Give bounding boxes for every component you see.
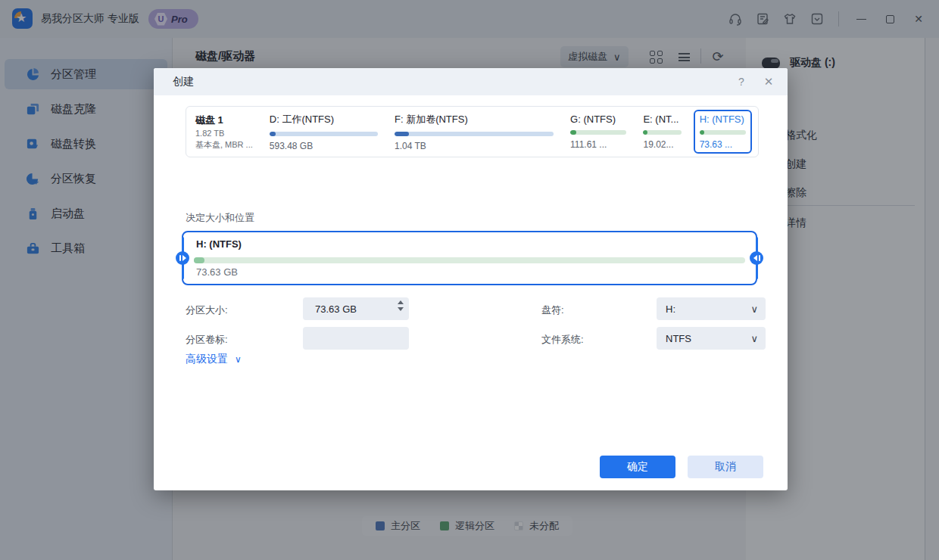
partition-size: 111.61 ... <box>570 139 626 150</box>
volume-label-label: 分区卷标: <box>186 333 228 347</box>
sizer-size-label: 73.63 GB <box>196 266 238 278</box>
create-dialog: 创建 ? ✕ 磁盘 1 1.82 TB 基本盘, MBR ... D: 工作(N… <box>154 68 788 490</box>
partition-label: G: (NTFS) <box>570 114 626 125</box>
dialog-header: 创建 ? ✕ <box>154 68 788 95</box>
partition-usage-bar <box>643 130 681 135</box>
disk-info: 磁盘 1 1.82 TB 基本盘, MBR ... <box>192 114 257 151</box>
partition-usage-bar <box>700 130 746 135</box>
disk-name: 磁盘 1 <box>195 114 257 127</box>
resize-knob-icon <box>750 251 763 265</box>
dialog-title: 创建 <box>173 75 194 89</box>
partition-label: D: 工作(NTFS) <box>270 113 378 126</box>
partition-cell-f[interactable]: F: 新加卷(NTFS) 1.04 TB <box>390 109 558 155</box>
chevron-down-icon: ∨ <box>750 333 758 344</box>
partition-size-label: 分区大小: <box>186 303 228 317</box>
drive-letter-value: H: <box>666 303 675 315</box>
sizer-partition-label: H: (NTFS) <box>196 238 242 250</box>
stepper-arrows[interactable] <box>398 300 404 311</box>
partition-usage-bar <box>570 130 626 135</box>
sizer-track <box>194 257 745 263</box>
partition-size: 593.48 GB <box>270 141 378 151</box>
partition-size: 73.63 ... <box>700 139 746 150</box>
disk-size: 1.82 TB <box>195 129 257 138</box>
ok-button[interactable]: 确定 <box>600 456 675 478</box>
partition-usage-bar <box>270 132 378 136</box>
partition-size: 19.02... <box>643 139 681 150</box>
partition-label: F: 新加卷(NTFS) <box>395 113 554 126</box>
partition-cell-h-selected[interactable]: H: (NTFS) 73.63 ... <box>694 110 752 154</box>
file-system-label: 文件系统: <box>541 333 584 347</box>
step-up-icon[interactable] <box>398 300 404 304</box>
app-window: ★ 易我分区大师 专业版 U Pro ✕ <box>0 0 939 560</box>
disk-type: 基本盘, MBR ... <box>195 139 257 151</box>
close-icon[interactable]: ✕ <box>756 68 781 95</box>
step-down-icon[interactable] <box>398 307 404 311</box>
resize-knob-icon <box>176 251 189 265</box>
partition-size-input[interactable] <box>303 297 409 320</box>
partition-cell-g[interactable]: G: (NTFS) 111.61 ... <box>566 110 631 154</box>
partition-usage-bar <box>395 132 554 136</box>
drive-letter-label: 盘符: <box>541 303 564 317</box>
partition-sizer: H: (NTFS) 73.63 GB <box>182 231 757 285</box>
chevron-down-icon: ∨ <box>235 354 242 365</box>
disk-strip: 磁盘 1 1.82 TB 基本盘, MBR ... D: 工作(NTFS) 59… <box>186 106 759 157</box>
partition-size-stepper <box>303 297 409 320</box>
partition-label: E: (NT... <box>643 114 681 125</box>
chevron-down-icon: ∨ <box>750 303 758 315</box>
size-position-label: 决定大小和位置 <box>186 211 254 225</box>
partition-size: 1.04 TB <box>395 141 554 151</box>
resize-handle-left[interactable] <box>175 237 190 279</box>
advanced-settings-link[interactable]: 高级设置 ∨ <box>186 353 242 366</box>
drive-letter-select[interactable]: H: ∨ <box>657 297 766 320</box>
advanced-settings-label: 高级设置 <box>186 353 228 366</box>
partition-cell-e[interactable]: E: (NT... 19.02... <box>638 110 685 154</box>
file-system-select[interactable]: NTFS ∨ <box>657 327 766 350</box>
resize-handle-right[interactable] <box>749 237 764 279</box>
file-system-value: NTFS <box>666 333 691 344</box>
help-icon[interactable]: ? <box>728 68 754 95</box>
cancel-button[interactable]: 取消 <box>688 456 763 478</box>
partition-cell-d[interactable]: D: 工作(NTFS) 593.48 GB <box>265 109 382 155</box>
partition-label: H: (NTFS) <box>700 114 746 125</box>
volume-label-input[interactable] <box>303 327 409 350</box>
